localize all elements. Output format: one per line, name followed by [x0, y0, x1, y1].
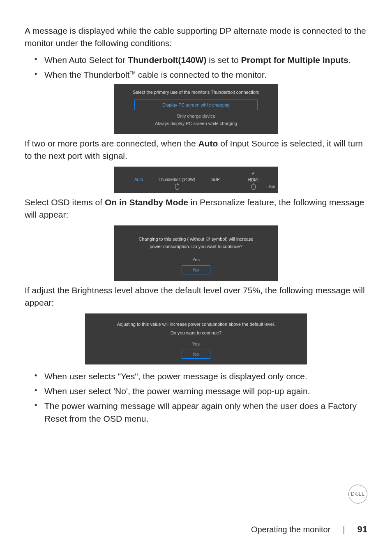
dell-logo-icon: DELL [348, 485, 367, 504]
list-item: When user select 'No', the power warning… [35, 385, 367, 397]
input-thunderbolt[interactable]: Thunderbolt (140W) [159, 177, 195, 182]
input-auto[interactable]: Auto [134, 177, 143, 182]
osd-option[interactable]: Only charge device [124, 114, 268, 118]
osd-standby-warning: Changing to this setting ( without symbo… [114, 225, 278, 281]
list-item: When Auto Select for Thunderbolt(140W) i… [35, 54, 367, 66]
auto-source-paragraph: If two or more ports are connected, when… [25, 137, 367, 162]
page-footer: Operating the monitor | 91 [25, 524, 367, 535]
mouse-icon [251, 184, 256, 190]
osd-input-source-bar: Auto Thunderbolt (140W) mDP ✓HDMI ‹Exit [114, 167, 278, 193]
exit-button[interactable]: ‹Exit [266, 185, 275, 189]
standby-paragraph: Select OSD items of On in Standby Mode i… [25, 196, 367, 221]
intro-paragraph: A message is displayed while the cable s… [25, 25, 367, 50]
list-item: When user selects "Yes", the power messa… [35, 370, 367, 383]
conditions-list: When Auto Select for Thunderbolt(140W) i… [25, 54, 367, 81]
list-item: The power warning message will appear ag… [35, 400, 367, 425]
input-mdp[interactable]: mDP [210, 177, 219, 182]
osd-brightness-warning: Adjusting to this value will increase po… [85, 313, 307, 364]
osd-message: Changing to this setting ( without symbo… [122, 235, 270, 251]
no-symbol-icon [206, 237, 210, 241]
osd-title: Select the primary use of the monitor's … [124, 90, 268, 95]
osd-message: Adjusting to this value will increase po… [93, 320, 299, 337]
osd-option-highlight[interactable]: Display PC screen while charging [134, 100, 258, 110]
no-button[interactable]: No [182, 265, 210, 274]
chevron-left-icon: ‹ [266, 185, 267, 189]
yes-button[interactable]: Yes [122, 257, 270, 262]
check-icon: ✓ [251, 171, 255, 176]
osd-option[interactable]: Always display PC screen while charging [124, 121, 268, 126]
osd-thunderbolt-prompt: Select the primary use of the monitor's … [114, 84, 278, 134]
footer-divider: | [343, 525, 345, 534]
page-number: 91 [357, 524, 367, 535]
mouse-icon [175, 184, 179, 190]
no-button[interactable]: No [182, 350, 210, 359]
footer-title: Operating the monitor [251, 525, 330, 534]
yes-button[interactable]: Yes [93, 341, 299, 346]
input-hdmi[interactable]: HDMI [248, 178, 259, 182]
brightness-paragraph: If adjust the Brightness level above the… [25, 284, 367, 309]
behavior-list: When user selects "Yes", the power messa… [25, 370, 367, 425]
list-item: When the ThunderboltTM cable is connecte… [35, 69, 367, 81]
